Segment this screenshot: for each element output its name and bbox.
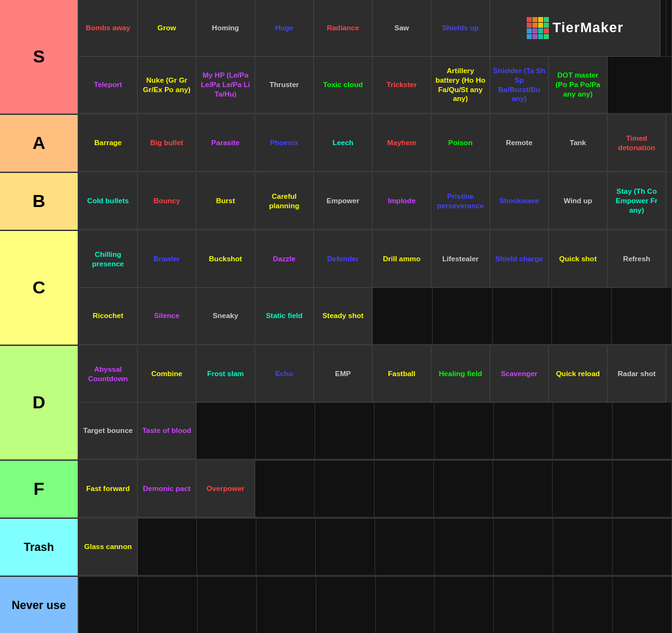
- empty-cell: [138, 577, 198, 633]
- empty-cell: [256, 403, 315, 459]
- empty-cell: [494, 403, 553, 459]
- tier-row-b: BCold bulletsBouncyBurstCareful planning…: [0, 173, 672, 231]
- tier-row-f: FFast forwardDemonic pactOverpower: [0, 461, 672, 519]
- empty-cell: [494, 519, 553, 576]
- tier-item[interactable]: Empower: [314, 173, 373, 230]
- empty-cell: [375, 461, 434, 518]
- tier-item[interactable]: Demonic pact: [138, 461, 196, 518]
- tier-item[interactable]: Careful planning: [255, 173, 314, 230]
- tier-item[interactable]: Frost slam: [196, 346, 255, 403]
- tier-item[interactable]: Radar shot: [608, 346, 666, 403]
- tier-item[interactable]: Fast forward: [79, 461, 138, 518]
- tier-item[interactable]: Dazzle: [255, 231, 314, 288]
- tier-item[interactable]: Chilling presence: [79, 231, 138, 288]
- tier-item[interactable]: Toxic cloud: [314, 57, 373, 114]
- tier-items-a: BarrageBig bulletParasitePhoenixLeechMay…: [79, 115, 672, 172]
- tier-item[interactable]: Remote: [490, 115, 549, 172]
- tier-item[interactable]: Fastball: [373, 346, 431, 403]
- empty-cell: [553, 461, 612, 518]
- tier-item[interactable]: Refresh: [608, 231, 666, 288]
- tier-item[interactable]: Trickster: [373, 57, 431, 114]
- empty-cell: [434, 461, 493, 518]
- tier-item[interactable]: Thruster: [255, 57, 314, 114]
- tier-item[interactable]: Ricochet: [79, 288, 138, 345]
- tier-item[interactable]: Burst: [196, 173, 255, 230]
- empty-cell: [613, 403, 672, 459]
- tier-list: SBombs awayGrowHomingHugeRadianceSawShie…: [0, 0, 672, 633]
- tier-item[interactable]: Shockwave: [490, 173, 549, 230]
- tier-item[interactable]: Brawler: [138, 231, 196, 288]
- tier-item[interactable]: Mayhem: [373, 115, 431, 172]
- empty-cell: [375, 519, 435, 576]
- tier-item[interactable]: Stay (Th Co Empower Fr any): [608, 173, 666, 230]
- tier-item[interactable]: Phoenix: [255, 115, 314, 172]
- tier-item[interactable]: Target bounce: [79, 403, 138, 459]
- tier-label-f: F: [0, 461, 79, 518]
- tier-item[interactable]: Pristine perseverance: [431, 173, 490, 230]
- tier-item[interactable]: Steady shot: [314, 288, 373, 345]
- tier-item[interactable]: Barrage: [79, 115, 138, 172]
- empty-cell: [79, 577, 138, 633]
- tier-item[interactable]: Artillery battery (Ho Ho Fa/Qu/St any an…: [431, 57, 490, 114]
- tier-item[interactable]: Silence: [138, 288, 196, 345]
- tier-items-trash: Glass cannon: [79, 519, 672, 576]
- tier-item[interactable]: Implode: [373, 173, 431, 230]
- tier-item[interactable]: EMP: [314, 346, 373, 403]
- tier-item[interactable]: Wind up: [549, 173, 608, 230]
- tier-item[interactable]: Defender: [314, 231, 373, 288]
- tiermaker-logo: TierMaker: [490, 0, 661, 57]
- tier-item[interactable]: Quick shot: [549, 231, 608, 288]
- empty-cell: [553, 577, 613, 633]
- tier-item[interactable]: Glass cannon: [79, 519, 138, 576]
- tier-item[interactable]: Cold bullets: [79, 173, 138, 230]
- tier-item[interactable]: Poison: [431, 115, 490, 172]
- empty-cell: [493, 288, 553, 345]
- tier-item[interactable]: Saw: [373, 0, 431, 57]
- tier-item[interactable]: Parasite: [196, 115, 255, 172]
- tier-item[interactable]: Leech: [314, 115, 373, 172]
- tier-item[interactable]: Abyssal Countdown: [79, 346, 138, 403]
- tier-item[interactable]: DOT master (Po Pa Po/Pa any any): [549, 57, 608, 114]
- tier-item[interactable]: Bombs away: [79, 0, 138, 57]
- tier-item[interactable]: Shield charge: [490, 231, 549, 288]
- tier-item[interactable]: Homing: [196, 0, 255, 57]
- tier-item[interactable]: Quick reload: [549, 346, 608, 403]
- tier-item[interactable]: Taste of blood: [138, 403, 196, 459]
- tier-item[interactable]: Nuke (Gr Gr Gr/Ex Po any): [138, 57, 196, 114]
- tier-item[interactable]: Overpower: [196, 461, 255, 518]
- tier-label-d: D: [0, 346, 79, 459]
- tier-item[interactable]: My HP (Le/Pa Le/Pa Le/Pa Li Ta/Hu): [196, 57, 255, 114]
- tier-item[interactable]: Big bullet: [138, 115, 196, 172]
- tier-label-never: Never use: [0, 577, 79, 633]
- empty-cell: [316, 519, 375, 576]
- empty-cell: [315, 461, 374, 518]
- tier-item[interactable]: Grow: [138, 0, 196, 57]
- tier-item[interactable]: Shields up: [431, 0, 490, 57]
- tier-item[interactable]: Huge: [255, 0, 314, 57]
- tier-item[interactable]: Scavenger: [490, 346, 549, 403]
- empty-cell: [197, 519, 256, 576]
- tier-item[interactable]: Healing field: [431, 346, 490, 403]
- tier-item[interactable]: Combine: [138, 346, 196, 403]
- empty-cell: [553, 519, 613, 576]
- tier-item[interactable]: Tank: [549, 115, 608, 172]
- tier-item[interactable]: Timed detonation: [608, 115, 666, 172]
- tier-item[interactable]: Lifestealer: [431, 231, 490, 288]
- empty-cell: [613, 461, 672, 518]
- tier-item[interactable]: Shielder (Ta Sh Sp Ba/Burst/Bu any): [490, 57, 549, 114]
- tier-item[interactable]: Drill ammo: [373, 231, 431, 288]
- tier-item[interactable]: Bouncy: [138, 173, 196, 230]
- tier-item[interactable]: Echo: [255, 346, 314, 403]
- tier-items-f: Fast forwardDemonic pactOverpower: [79, 461, 672, 518]
- tier-items-d: Abyssal CountdownCombineFrost slamEchoEM…: [79, 346, 672, 459]
- empty-cell: [613, 519, 672, 576]
- tier-item[interactable]: Buckshot: [196, 231, 255, 288]
- tier-item[interactable]: Sneaky: [196, 288, 255, 345]
- tier-item[interactable]: Static field: [255, 288, 314, 345]
- tier-item[interactable]: Radiance: [314, 0, 373, 57]
- tier-item[interactable]: Teleport: [79, 57, 138, 114]
- empty-cell: [608, 57, 672, 114]
- empty-cell: [375, 403, 434, 459]
- empty-cell: [256, 519, 316, 576]
- tier-label-a: A: [0, 115, 79, 172]
